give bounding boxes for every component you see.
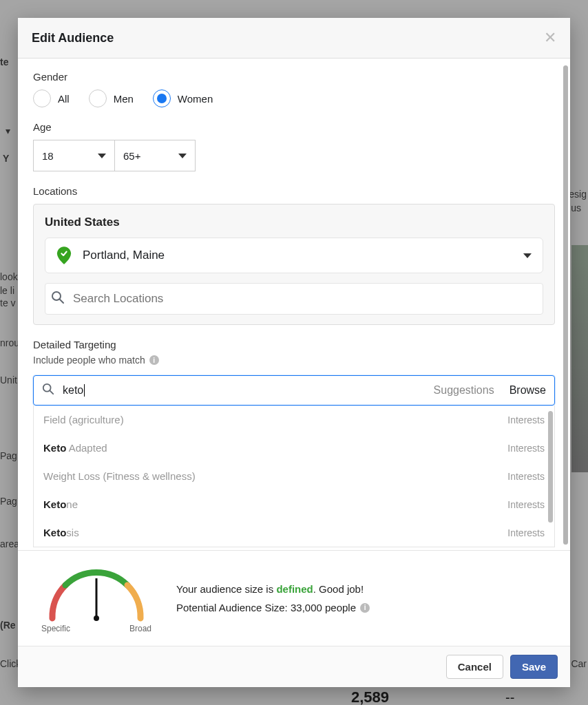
location-text: Portland, Maine (83, 249, 510, 262)
detailed-search-input[interactable]: keto (63, 384, 426, 397)
gender-radio-women[interactable]: Women (153, 90, 213, 107)
dropdown-item-label: Keto Adapted (43, 442, 107, 454)
edit-audience-modal: Edit Audience ✕ Gender All Men Women (18, 18, 570, 687)
dropdown-item-label: Weight Loss (Fitness & wellness) (43, 470, 196, 482)
search-locations-input[interactable] (73, 292, 537, 306)
modal-body: Gender All Men Women Age (18, 59, 570, 550)
search-locations-box[interactable] (45, 283, 543, 315)
detailed-subtitle-text: Include people who match (33, 355, 145, 366)
gender-section: Gender All Men Women (33, 71, 555, 107)
gauge-icon (41, 563, 151, 625)
detailed-dropdown: Field (agriculture) Interests Keto Adapt… (33, 406, 555, 547)
potential-size-line: Potential Audience Size: 33,000 people i (176, 602, 554, 613)
age-section: Age 18 65+ (33, 121, 555, 171)
close-button[interactable]: ✕ (544, 29, 556, 47)
audience-size-footer: Specific Broad Your audience size is def… (18, 550, 570, 646)
caret-down-icon (98, 154, 106, 158)
dropdown-item-category: Interests (507, 471, 545, 482)
gender-radio-men[interactable]: Men (89, 90, 134, 107)
dropdown-item[interactable]: Ketosis Interests (34, 518, 554, 547)
audience-size-line: Your audience size is defined. Good job! (176, 583, 554, 595)
radio-label: Women (178, 93, 213, 105)
suggestions-link[interactable]: Suggestions (434, 384, 494, 397)
browse-link[interactable]: Browse (510, 384, 546, 397)
text-cursor (84, 384, 85, 397)
svg-point-0 (52, 292, 61, 300)
dropdown-scrollbar[interactable] (548, 411, 553, 523)
age-max-select[interactable]: 65+ (114, 140, 196, 171)
dropdown-item-category: Interests (507, 414, 545, 425)
info-icon[interactable]: i (360, 603, 370, 613)
radio-icon (33, 90, 51, 107)
locations-section: Locations United States Portland, Maine (33, 185, 555, 325)
dropdown-item-category: Interests (507, 527, 545, 538)
gauge-specific-label: Specific (41, 624, 70, 633)
detailed-search-box[interactable]: keto Suggestions Browse (33, 375, 555, 406)
modal-title: Edit Audience (32, 31, 544, 45)
modal-scrollbar[interactable] (563, 65, 568, 545)
radio-icon (153, 90, 171, 107)
age-min-value: 18 (42, 150, 54, 162)
dropdown-item-category: Interests (507, 499, 545, 510)
search-icon (51, 291, 65, 307)
location-chip[interactable]: Portland, Maine (45, 238, 543, 273)
radio-label: All (58, 93, 70, 105)
caret-down-icon (178, 154, 187, 158)
gauge-labels: Specific Broad (41, 624, 151, 633)
locations-label: Locations (33, 185, 555, 197)
age-row: 18 65+ (33, 140, 555, 171)
detailed-subtitle: Include people who match i (33, 355, 555, 366)
modal-header: Edit Audience ✕ (18, 18, 570, 59)
dropdown-item[interactable]: Keto Adapted Interests (34, 434, 554, 462)
gender-label: Gender (33, 71, 555, 83)
dropdown-item[interactable]: Weight Loss (Fitness & wellness) Interes… (34, 462, 554, 490)
dropdown-item-category: Interests (507, 443, 545, 454)
location-pin-icon (56, 246, 72, 264)
dropdown-item-label: Ketone (43, 498, 78, 510)
detailed-label: Detailed Targeting (33, 339, 555, 350)
svg-line-1 (60, 299, 63, 303)
cancel-button[interactable]: Cancel (446, 655, 503, 679)
location-country-label: United States (45, 215, 543, 229)
info-icon[interactable]: i (149, 355, 159, 365)
svg-line-3 (50, 391, 54, 394)
caret-down-icon (523, 253, 532, 258)
age-min-select[interactable]: 18 (33, 140, 114, 171)
gauge-wrap: Specific Broad (34, 563, 158, 633)
age-label: Age (33, 121, 555, 133)
detailed-targeting-section: Detailed Targeting Include people who ma… (33, 339, 555, 547)
dropdown-item-label: Field (agriculture) (43, 414, 124, 425)
audience-defined-word: defined (276, 583, 313, 595)
modal-actions: Cancel Save (18, 646, 570, 687)
gender-radio-all[interactable]: All (33, 90, 70, 107)
radio-label: Men (114, 93, 134, 105)
gender-radio-row: All Men Women (33, 90, 555, 107)
radio-icon (89, 90, 107, 107)
age-max-value: 65+ (123, 150, 140, 162)
svg-point-2 (43, 384, 51, 392)
gauge-broad-label: Broad (129, 624, 151, 633)
audience-text: Your audience size is defined. Good job!… (176, 583, 554, 613)
search-icon (42, 383, 54, 398)
locations-box: United States Portland, Maine (33, 204, 555, 325)
save-button[interactable]: Save (510, 655, 558, 679)
dropdown-item-label: Ketosis (43, 527, 79, 538)
dropdown-item[interactable]: Field (agriculture) Interests (34, 406, 554, 434)
svg-point-5 (94, 615, 99, 621)
dropdown-item[interactable]: Ketone Interests (34, 490, 554, 518)
